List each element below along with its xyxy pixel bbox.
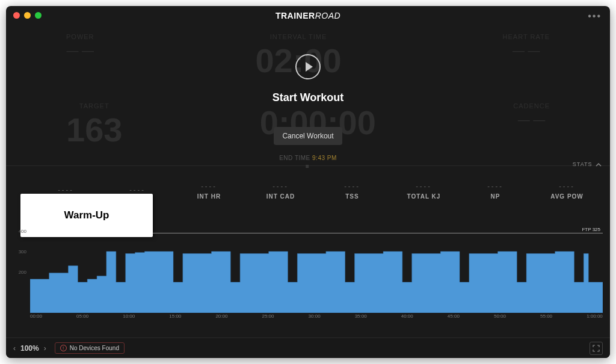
stat-value: ---- bbox=[388, 182, 460, 190]
x-tick: 1:00:00 bbox=[587, 313, 603, 322]
stats-toggle-button[interactable]: STATS bbox=[573, 161, 602, 168]
app-title-bold: TRAINER bbox=[276, 11, 315, 20]
metric-interval-label: INTERVAL TIME bbox=[255, 33, 341, 40]
x-tick: 10:00 bbox=[123, 313, 135, 322]
x-tick: 45:00 bbox=[448, 313, 460, 322]
stat-label: INT CAD bbox=[245, 193, 316, 200]
zoom-controls: ‹ 100% › bbox=[13, 344, 46, 353]
x-tick: 35:00 bbox=[355, 313, 367, 322]
zoom-value: 100% bbox=[20, 344, 39, 353]
stat-label: AVG POW bbox=[531, 193, 603, 200]
chart-x-axis: 00:0005:0010:0015:0020:0025:0030:0035:00… bbox=[30, 313, 603, 322]
stats-toggle-label: STATS bbox=[573, 161, 593, 167]
fullscreen-button[interactable] bbox=[590, 342, 603, 355]
app-title-light: ROAD bbox=[315, 11, 340, 20]
start-workout-label: Start Workout bbox=[273, 91, 344, 104]
warning-icon: ! bbox=[60, 345, 67, 351]
stat-label: NP bbox=[460, 193, 531, 200]
y-tick: 200 bbox=[19, 270, 26, 275]
stat-value: ---- bbox=[316, 182, 388, 190]
stat-value: ---- bbox=[460, 182, 531, 190]
chevron-up-icon bbox=[596, 162, 602, 168]
x-tick: 00:00 bbox=[30, 313, 42, 322]
metric-power-label: POWER bbox=[66, 33, 94, 40]
stat-item: ----TSS bbox=[316, 182, 388, 200]
x-tick: 15:00 bbox=[169, 313, 181, 322]
y-tick: 400 bbox=[19, 229, 26, 234]
end-time: END TIME 9:43 PM bbox=[6, 155, 610, 161]
chart-plot[interactable]: FTP 325 bbox=[30, 211, 603, 313]
stat-value: ---- bbox=[531, 182, 603, 190]
zoom-in-button[interactable]: › bbox=[44, 344, 46, 353]
chart-y-axis: 200300400 bbox=[10, 211, 26, 313]
stat-item: ----AVG POW bbox=[531, 182, 603, 200]
fullscreen-icon bbox=[593, 345, 600, 352]
stat-label: TOTAL KJ bbox=[388, 193, 460, 200]
x-tick: 40:00 bbox=[401, 313, 413, 322]
x-tick: 25:00 bbox=[262, 313, 274, 322]
stat-value: ---- bbox=[102, 186, 173, 193]
end-time-value: 9:43 PM bbox=[312, 155, 337, 161]
zoom-out-button[interactable]: ‹ bbox=[13, 344, 16, 353]
start-overlay: Start Workout Cancel Workout bbox=[6, 54, 610, 145]
power-profile-bars bbox=[30, 211, 603, 313]
stat-item: ----INT HR bbox=[173, 182, 245, 200]
stat-label: TSS bbox=[316, 193, 388, 200]
stat-label: INT HR bbox=[173, 193, 245, 200]
x-tick: 55:00 bbox=[540, 313, 552, 322]
workout-chart: 200300400 FTP 325 00:0005:0010:0015:0020… bbox=[6, 211, 610, 322]
x-tick: 50:00 bbox=[494, 313, 506, 322]
play-icon bbox=[306, 62, 313, 72]
x-tick: 05:00 bbox=[76, 313, 88, 322]
footer-bar: ‹ 100% › ! No Devices Found bbox=[6, 338, 610, 358]
play-button[interactable] bbox=[295, 54, 321, 79]
y-tick: 300 bbox=[19, 249, 26, 254]
app-title: TRAINERROAD bbox=[6, 11, 610, 20]
stat-item: ----INT CAD bbox=[245, 182, 316, 200]
x-tick: 30:00 bbox=[309, 313, 321, 322]
x-tick: 20:00 bbox=[215, 313, 227, 322]
end-time-label: END TIME bbox=[279, 155, 310, 161]
stat-item: ----TOTAL KJ bbox=[388, 182, 460, 200]
device-status-badge[interactable]: ! No Devices Found bbox=[55, 342, 125, 354]
app-window: TRAINERROAD ••• POWER — — INTERVAL TIME … bbox=[6, 6, 610, 358]
stat-value: ---- bbox=[245, 182, 316, 190]
resize-handle-icon[interactable]: ≡ bbox=[306, 163, 310, 170]
stat-item: ----NP bbox=[460, 182, 531, 200]
more-menu-icon[interactable]: ••• bbox=[588, 11, 602, 22]
stat-value: ---- bbox=[173, 182, 245, 190]
stat-value: ---- bbox=[30, 186, 102, 193]
metric-hr-label: HEART RATE bbox=[503, 33, 550, 40]
device-status-label: No Devices Found bbox=[70, 345, 119, 351]
cancel-workout-button[interactable]: Cancel Workout bbox=[274, 127, 342, 145]
